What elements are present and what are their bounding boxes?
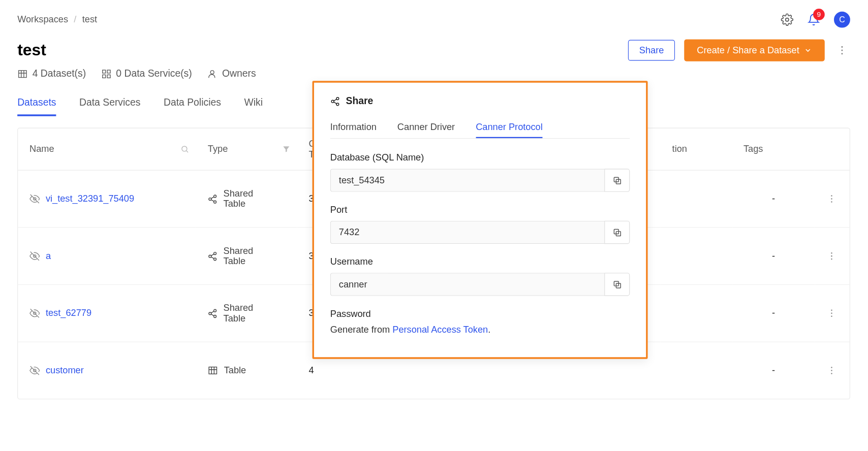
database-input[interactable] — [330, 169, 604, 192]
table-icon — [17, 69, 27, 79]
type-text: SharedTable — [224, 303, 254, 324]
svg-point-19 — [214, 201, 216, 203]
svg-point-42 — [831, 310, 833, 311]
type-text: SharedTable — [224, 188, 254, 209]
popup-tab-information[interactable]: Information — [330, 117, 377, 138]
user-icon — [207, 69, 217, 79]
svg-point-33 — [831, 255, 833, 257]
tab-data-services[interactable]: Data Services — [79, 91, 140, 116]
popup-tab-protocol[interactable]: Canner Protocol — [476, 117, 543, 138]
row-more-button[interactable] — [827, 238, 838, 273]
svg-line-41 — [211, 311, 214, 312]
tab-data-policies[interactable]: Data Policies — [164, 91, 221, 116]
col-tags-label: Tags — [743, 144, 763, 153]
copy-icon — [612, 279, 622, 289]
dataset-link[interactable]: customer — [46, 365, 84, 375]
breadcrumb-current: test — [82, 14, 97, 24]
cell-tags: - — [732, 170, 815, 228]
copy-username-button[interactable] — [604, 273, 630, 296]
svg-line-45 — [30, 366, 39, 375]
dataset-link[interactable]: test_62779 — [46, 308, 91, 318]
port-input[interactable] — [330, 221, 604, 244]
tab-wiki[interactable]: Wiki — [244, 91, 263, 116]
type-icon — [208, 194, 218, 204]
svg-point-12 — [210, 71, 214, 74]
row-more-button[interactable] — [827, 296, 838, 331]
svg-line-40 — [211, 314, 214, 315]
settings-button[interactable] — [781, 13, 793, 26]
share-button[interactable]: Share — [628, 40, 675, 61]
col-name-label: Name — [29, 144, 54, 153]
col-name[interactable]: Name — [18, 128, 196, 171]
svg-point-53 — [831, 373, 833, 374]
type-icon — [208, 308, 218, 318]
col-type[interactable]: Type — [196, 128, 297, 171]
col-type-label: Type — [208, 144, 228, 153]
svg-point-17 — [214, 195, 216, 197]
notification-badge: 9 — [813, 9, 825, 20]
svg-line-58 — [334, 99, 336, 101]
port-label: Port — [330, 205, 630, 215]
svg-point-29 — [214, 257, 216, 260]
popup-tabs: Information Canner Driver Canner Protoco… — [330, 117, 630, 139]
create-dataset-label: Create / Share a Dataset — [697, 45, 799, 55]
cell-tags: - — [732, 342, 815, 399]
type-icon — [208, 251, 218, 261]
svg-line-25 — [30, 252, 39, 261]
copy-port-button[interactable] — [604, 221, 630, 244]
page-header: test Share Create / Share a Dataset — [0, 34, 867, 68]
cell-tags: - — [732, 284, 815, 342]
svg-point-1 — [841, 46, 843, 48]
username-input[interactable] — [330, 273, 604, 296]
row-more-button[interactable] — [827, 352, 838, 388]
meta-datasets: 4 Dataset(s) — [17, 68, 86, 80]
copy-database-button[interactable] — [604, 169, 630, 192]
svg-line-57 — [334, 102, 337, 103]
meta-owners[interactable]: Owners — [207, 68, 256, 80]
breadcrumb-root[interactable]: Workspaces — [17, 14, 68, 24]
svg-rect-10 — [102, 75, 105, 78]
notifications-button[interactable]: 9 — [808, 13, 820, 26]
svg-point-44 — [831, 315, 833, 317]
header-actions: Share Create / Share a Dataset — [628, 39, 850, 61]
page-title: test — [17, 41, 46, 59]
share-icon — [330, 96, 340, 106]
svg-point-0 — [786, 18, 789, 21]
svg-point-34 — [831, 259, 833, 260]
svg-rect-8 — [102, 70, 105, 73]
eye-off-icon — [29, 308, 40, 318]
row-more-button[interactable] — [827, 181, 838, 216]
more-menu-button[interactable] — [834, 42, 850, 58]
col-desc[interactable]: tion — [661, 128, 732, 171]
dataset-link[interactable]: a — [46, 251, 51, 261]
filter-icon[interactable] — [282, 145, 290, 153]
tab-datasets[interactable]: Datasets — [17, 91, 56, 116]
svg-point-18 — [209, 198, 211, 200]
svg-point-32 — [831, 252, 833, 254]
dataset-link[interactable]: vi_test_32391_75409 — [46, 194, 134, 204]
svg-point-22 — [831, 195, 833, 197]
search-icon[interactable] — [180, 145, 189, 153]
personal-access-token-link[interactable]: Personal Access Token — [392, 325, 488, 335]
topbar: Workspaces / test 9 C — [0, 0, 867, 34]
popup-tab-driver[interactable]: Canner Driver — [397, 117, 455, 138]
col-desc-label: tion — [672, 144, 687, 153]
avatar-initial: C — [839, 15, 845, 24]
svg-point-27 — [214, 252, 216, 254]
meta-owners-text: Owners — [222, 68, 256, 80]
username-label: Username — [330, 256, 630, 267]
svg-rect-11 — [107, 75, 110, 78]
meta-services: 0 Data Service(s) — [101, 68, 192, 80]
svg-point-24 — [831, 201, 833, 203]
col-tags[interactable]: Tags — [732, 128, 815, 171]
popup-header: Share — [330, 95, 630, 107]
eye-off-icon — [29, 365, 40, 375]
topbar-actions: 9 C — [781, 12, 850, 28]
create-dataset-button[interactable]: Create / Share a Dataset — [684, 39, 825, 61]
share-popup: Share Information Canner Driver Canner P… — [313, 81, 648, 359]
svg-rect-9 — [107, 70, 110, 73]
cell-tags: - — [732, 228, 815, 285]
breadcrumb-separator: / — [74, 14, 76, 24]
avatar[interactable]: C — [834, 12, 850, 28]
eye-off-icon — [29, 194, 40, 204]
